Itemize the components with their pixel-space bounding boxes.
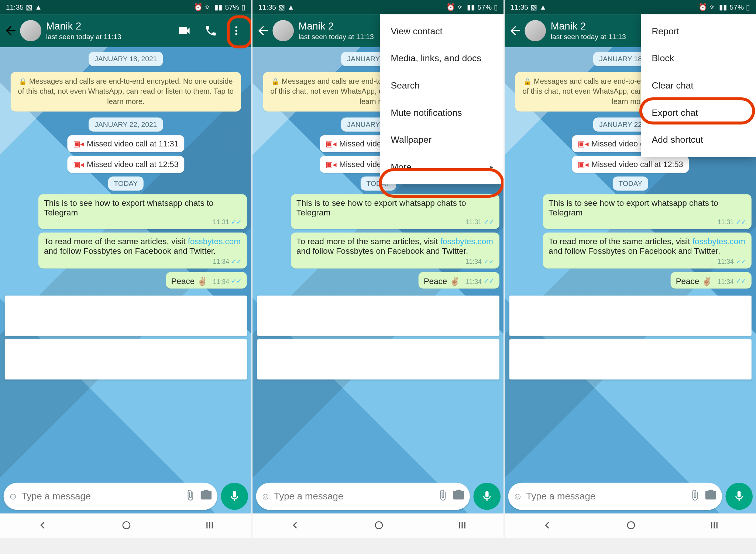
- message-out[interactable]: This is to see how to export whatsapp ch…: [543, 194, 752, 229]
- message-input[interactable]: [274, 491, 433, 502]
- missed-video-icon: ▣◂: [578, 160, 589, 169]
- nav-back-icon[interactable]: [289, 519, 300, 533]
- mic-button[interactable]: [221, 483, 248, 510]
- message-out[interactable]: Peace✌🏼11:34✓✓: [418, 272, 499, 288]
- chat-header[interactable]: Manik 2 last seen today at 11:13: [0, 14, 251, 47]
- contact-name: Manik 2: [46, 21, 172, 32]
- attach-icon[interactable]: [437, 489, 449, 503]
- last-seen: last seen today at 11:13: [46, 32, 172, 41]
- voice-call-icon[interactable]: [205, 24, 217, 37]
- mic-button[interactable]: [726, 483, 753, 510]
- gallery-icon: ▧: [278, 3, 285, 11]
- back-icon[interactable]: [508, 24, 522, 38]
- missed-call[interactable]: ▣◂Missed video call at 11:31: [67, 135, 184, 152]
- message-input-box[interactable]: ☺: [508, 483, 722, 510]
- menu-clear-chat[interactable]: Clear chat: [641, 72, 756, 99]
- svg-point-5: [628, 522, 635, 529]
- link[interactable]: fossbytes.com: [693, 236, 745, 246]
- chat-area: JANUARY 18, 2021 🔒 Messages and calls ar…: [0, 47, 251, 513]
- message-input-box[interactable]: ☺: [4, 483, 217, 510]
- lock-icon: 🔒: [271, 78, 279, 85]
- link[interactable]: fossbytes.com: [440, 236, 493, 246]
- menu-wallpaper[interactable]: Wallpaper: [380, 126, 504, 153]
- battery-icon: ▯: [746, 3, 750, 11]
- message-out[interactable]: To read more of the same articles, visit…: [291, 232, 499, 269]
- lock-icon: 🔒: [523, 78, 532, 85]
- nav-back-icon[interactable]: [37, 519, 48, 533]
- nav-home-icon[interactable]: [626, 520, 636, 533]
- message-out[interactable]: To read more of the same articles, visit…: [543, 232, 752, 269]
- android-nav: [252, 513, 504, 538]
- peace-emoji: ✌🏼: [702, 276, 712, 285]
- camera-icon[interactable]: [200, 489, 213, 504]
- battery-text: 57%: [730, 3, 744, 11]
- nav-home-icon[interactable]: [374, 520, 384, 533]
- read-ticks-icon: ✓✓: [736, 277, 746, 285]
- avatar[interactable]: [272, 20, 294, 41]
- warn-icon: ▲: [287, 3, 294, 11]
- message-out[interactable]: This is to see how to export whatsapp ch…: [291, 194, 499, 229]
- emoji-icon[interactable]: ☺: [8, 491, 18, 502]
- camera-icon[interactable]: [452, 489, 465, 504]
- alarm-icon: ⏰: [698, 3, 707, 11]
- menu-mute[interactable]: Mute notifications: [380, 99, 504, 127]
- read-ticks-icon: ✓✓: [231, 258, 242, 266]
- menu-block[interactable]: Block: [641, 45, 756, 72]
- more-submenu: Report Block Clear chat Export chat Add …: [641, 14, 756, 157]
- battery-icon: ▯: [241, 3, 245, 11]
- peace-emoji: ✌🏼: [197, 276, 207, 285]
- avatar[interactable]: [20, 20, 41, 41]
- menu-view-contact[interactable]: View contact: [380, 18, 504, 45]
- mic-button[interactable]: [473, 483, 501, 510]
- attach-icon[interactable]: [184, 489, 196, 503]
- chevron-right-icon: ▸: [490, 163, 494, 171]
- alarm-icon: ⏰: [194, 3, 203, 11]
- message-out[interactable]: To read more of the same articles, visit…: [39, 232, 247, 269]
- svg-point-2: [235, 33, 237, 35]
- link[interactable]: fossbytes.com: [188, 236, 241, 246]
- wifi-icon: ᯤ: [205, 3, 212, 11]
- menu-media-links-docs[interactable]: Media, links, and docs: [380, 45, 504, 72]
- menu-add-shortcut[interactable]: Add shortcut: [641, 126, 756, 153]
- encryption-notice[interactable]: 🔒 Messages and calls are end-to-end encr…: [11, 72, 241, 111]
- read-ticks-icon: ✓✓: [736, 218, 746, 226]
- back-icon[interactable]: [256, 24, 270, 38]
- contact-info[interactable]: Manik 2 last seen today at 11:13: [46, 21, 172, 41]
- nav-home-icon[interactable]: [121, 520, 132, 533]
- video-call-icon[interactable]: [177, 24, 191, 38]
- emoji-icon[interactable]: ☺: [261, 491, 270, 502]
- nav-back-icon[interactable]: [541, 519, 553, 533]
- menu-report[interactable]: Report: [641, 18, 756, 45]
- menu-more[interactable]: More▸: [380, 153, 504, 181]
- nav-recents-icon[interactable]: [709, 520, 720, 533]
- wifi-icon: ᯤ: [457, 3, 464, 11]
- signal-icon: ▮▮: [467, 3, 475, 11]
- gallery-icon: ▧: [26, 3, 32, 11]
- missed-video-icon: ▣◂: [73, 139, 84, 148]
- back-icon[interactable]: [4, 24, 18, 38]
- menu-search[interactable]: Search: [380, 72, 504, 99]
- missed-video-icon: ▣◂: [73, 160, 84, 169]
- message-input-box[interactable]: ☺: [256, 483, 470, 510]
- avatar[interactable]: [525, 20, 546, 41]
- svg-point-4: [375, 522, 382, 529]
- message-out[interactable]: Peace✌🏼11:34✓✓: [166, 272, 247, 288]
- message-input[interactable]: [526, 491, 685, 502]
- message-out[interactable]: Peace✌🏼11:34✓✓: [671, 272, 752, 288]
- menu-dots-icon[interactable]: [230, 25, 242, 37]
- message-input[interactable]: [21, 491, 181, 502]
- missed-video-icon: ▣◂: [326, 160, 337, 169]
- menu-export-chat[interactable]: Export chat: [641, 99, 756, 127]
- attach-icon[interactable]: [689, 489, 701, 503]
- read-ticks-icon: ✓✓: [231, 218, 242, 226]
- missed-call[interactable]: ▣◂Missed video call at 12:53: [67, 156, 184, 173]
- missed-video-icon: ▣◂: [326, 139, 337, 148]
- missed-call[interactable]: ▣◂Missed video call at 12:53: [572, 156, 689, 173]
- svg-point-0: [235, 26, 237, 28]
- message-out[interactable]: This is to see how to export whatsapp ch…: [39, 194, 247, 229]
- camera-icon[interactable]: [704, 489, 717, 504]
- android-nav: [0, 513, 251, 538]
- nav-recents-icon[interactable]: [457, 520, 468, 533]
- emoji-icon[interactable]: ☺: [513, 491, 523, 502]
- nav-recents-icon[interactable]: [205, 520, 215, 533]
